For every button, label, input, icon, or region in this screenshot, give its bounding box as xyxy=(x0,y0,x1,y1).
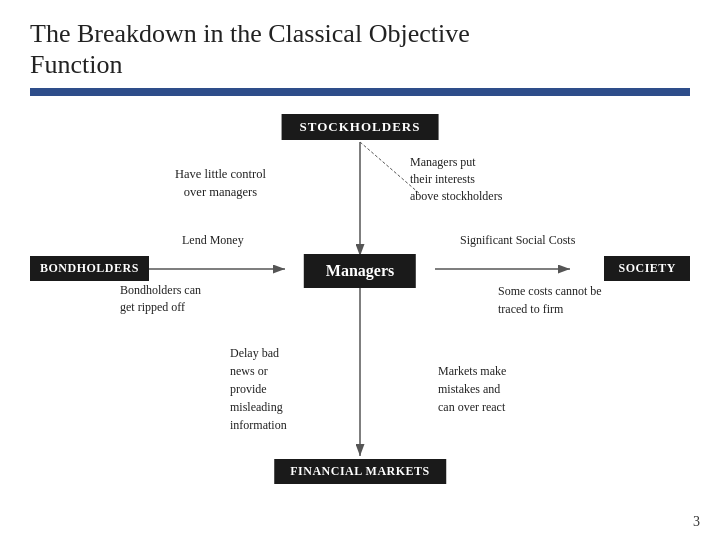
page: The Breakdown in the Classical Objective… xyxy=(0,0,720,540)
label-delay-bad: Delay badnews orprovidemisleadinginforma… xyxy=(230,344,287,434)
page-number: 3 xyxy=(693,514,700,530)
diagram-area: STOCKHOLDERS Have little controlover man… xyxy=(30,114,690,484)
society-box: SOCIETY xyxy=(604,256,690,281)
label-lend-money: Lend Money xyxy=(182,232,244,249)
blue-bar xyxy=(30,88,690,96)
label-bondholders-can: Bondholders canget ripped off xyxy=(120,282,201,316)
bondholders-box: BONDHOLDERS xyxy=(30,256,149,281)
label-have-little-control: Have little controlover managers xyxy=(175,166,266,201)
label-some-costs: Some costs cannot betraced to firm xyxy=(498,282,602,318)
label-significant-social-costs: Significant Social Costs xyxy=(460,232,575,249)
financial-markets-box: FINANCIAL MARKETS xyxy=(274,459,446,484)
page-title: The Breakdown in the Classical Objective… xyxy=(30,18,690,80)
managers-box: Managers xyxy=(304,254,416,288)
stockholders-box: STOCKHOLDERS xyxy=(282,114,439,140)
label-markets-make: Markets makemistakes andcan over react xyxy=(438,362,506,416)
label-managers-put: Managers puttheir interestsabove stockho… xyxy=(410,154,502,204)
